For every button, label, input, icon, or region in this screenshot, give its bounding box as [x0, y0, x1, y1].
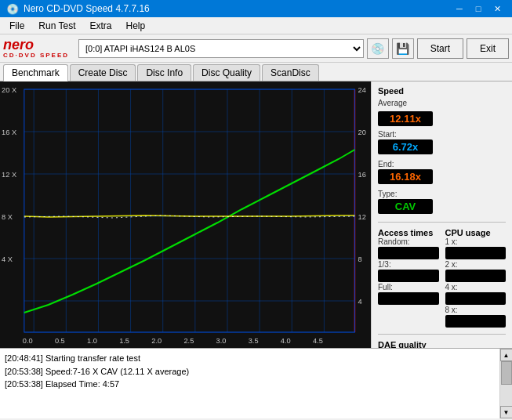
average-label: Average	[378, 99, 506, 107]
log-scrollbar: ▲ ▼	[499, 349, 512, 418]
svg-text:12: 12	[358, 213, 366, 221]
start-col: Start: 6.72x	[378, 130, 433, 155]
svg-text:1.0: 1.0	[87, 337, 97, 345]
close-button[interactable]: ✕	[488, 2, 506, 16]
cpu4x-label: 4 x:	[445, 283, 507, 291]
svg-text:4 X: 4 X	[2, 255, 13, 263]
svg-text:3.0: 3.0	[216, 337, 227, 345]
title-bar: 💿 Nero CD-DVD Speed 4.7.7.16 ─ □ ✕	[0, 0, 512, 17]
minimize-button[interactable]: ─	[451, 2, 468, 16]
access-cpu-section: Access times Random: 1/3: Full: CPU usag…	[378, 228, 506, 328]
access-times-block: Access times Random: 1/3: Full:	[378, 228, 439, 328]
start-value: 6.72x	[378, 139, 433, 154]
cpu1x-label: 1 x:	[445, 237, 507, 246]
svg-text:4.5: 4.5	[313, 337, 323, 345]
svg-text:1.5: 1.5	[119, 337, 129, 345]
one-third-label: 1/3:	[378, 260, 439, 269]
dae-quality-header: DAE quality	[378, 340, 506, 348]
type-value: CAV	[378, 199, 433, 214]
svg-text:2.0: 2.0	[151, 337, 162, 345]
divider-1	[378, 222, 506, 223]
app-icon: 💿	[6, 3, 19, 15]
type-row: Type: CAV	[378, 190, 506, 215]
tab-benchmark[interactable]: Benchmark	[3, 64, 68, 81]
end-row: End: 16.18x	[378, 160, 506, 185]
tab-disc-info[interactable]: Disc Info	[137, 64, 191, 81]
log-line-2: [20:53:38] Speed:7-16 X CAV (12.11 X ave…	[5, 365, 495, 378]
log-content: [20:48:41] Starting transfer rate test […	[0, 349, 499, 418]
log-line-1: [20:48:41] Starting transfer rate test	[5, 352, 495, 365]
tab-scan-disc[interactable]: ScanDisc	[262, 64, 319, 81]
cpu1x-value-box	[445, 247, 507, 259]
drive-select[interactable]: [0:0] ATAPI iHAS124 B AL0S	[78, 39, 364, 58]
divider-2	[378, 334, 506, 335]
exit-button[interactable]: Exit	[467, 38, 509, 59]
menu-extra[interactable]: Extra	[83, 19, 118, 33]
toolbar: nero CD·DVD SPEED [0:0] ATAPI iHAS124 B …	[0, 34, 512, 63]
scroll-track	[500, 361, 513, 406]
tab-create-disc[interactable]: Create Disc	[70, 64, 136, 81]
svg-text:4: 4	[358, 298, 362, 306]
svg-text:16 X: 16 X	[2, 129, 16, 136]
disc-icon-button[interactable]: 💿	[367, 38, 389, 59]
logo-subtitle: CD·DVD SPEED	[3, 52, 69, 59]
one-third-value-box	[378, 270, 439, 282]
tabs: Benchmark Create Disc Disc Info Disc Qua…	[0, 63, 512, 81]
scroll-up-button[interactable]: ▲	[500, 349, 513, 361]
type-col: Type: CAV	[378, 190, 433, 215]
average-value: 12.11x	[378, 111, 433, 126]
cpu-usage-header: CPU usage	[445, 228, 507, 237]
cpu4x-value-box	[445, 292, 507, 305]
log-area: [20:48:41] Starting transfer rate test […	[0, 348, 512, 418]
svg-rect-0	[0, 81, 371, 348]
cpu8x-value-box	[445, 315, 507, 328]
full-value-box	[378, 292, 439, 305]
scroll-thumb[interactable]	[501, 361, 512, 385]
start-button[interactable]: Start	[417, 38, 463, 59]
right-panel: Speed Average 12.11x Start: 6.72x End: 1…	[371, 81, 512, 348]
end-value: 16.18x	[378, 169, 433, 184]
logo-nero: nero	[3, 38, 34, 52]
save-button[interactable]: 💾	[392, 38, 414, 59]
access-times-header: Access times	[378, 228, 439, 237]
svg-text:20: 20	[358, 129, 366, 136]
speed-section-header: Speed	[378, 86, 506, 96]
menu-help[interactable]: Help	[120, 19, 152, 33]
svg-text:12 X: 12 X	[2, 171, 16, 179]
cpu2x-value-box	[445, 270, 507, 282]
svg-text:20 X: 20 X	[2, 86, 16, 94]
menu-run-test[interactable]: Run Test	[32, 19, 82, 33]
cpu8x-label: 8 x:	[445, 306, 507, 314]
title-bar-left: 💿 Nero CD-DVD Speed 4.7.7.16	[6, 3, 150, 15]
svg-text:8: 8	[358, 255, 362, 263]
cpu2x-label: 2 x:	[445, 260, 507, 269]
svg-text:2.5: 2.5	[183, 337, 194, 345]
random-value-box	[378, 247, 439, 259]
maximize-button[interactable]: □	[470, 2, 487, 16]
log-line-3: [20:53:38] Elapsed Time: 4:57	[5, 378, 495, 391]
chart-svg: 20 X 16 X 12 X 8 X 4 X 24 20 16 12 8 4 0…	[0, 81, 371, 348]
chart-area: 20 X 16 X 12 X 8 X 4 X 24 20 16 12 8 4 0…	[0, 81, 371, 348]
svg-text:16: 16	[358, 171, 366, 179]
logo-area: nero CD·DVD SPEED	[3, 38, 69, 59]
start-label: Start:	[378, 130, 433, 139]
svg-text:8 X: 8 X	[2, 213, 13, 221]
title-bar-controls: ─ □ ✕	[451, 2, 506, 16]
end-col: End: 16.18x	[378, 160, 433, 185]
end-label: End:	[378, 160, 433, 168]
svg-text:3.5: 3.5	[249, 337, 259, 345]
menu-file[interactable]: File	[3, 19, 31, 33]
cpu-usage-block: CPU usage 1 x: 2 x: 4 x: 8 x:	[445, 228, 507, 328]
tab-disc-quality[interactable]: Disc Quality	[193, 64, 260, 81]
scroll-down-button[interactable]: ▼	[500, 406, 513, 418]
svg-text:0.0: 0.0	[23, 337, 33, 345]
svg-text:0.5: 0.5	[55, 337, 65, 345]
main-content: 20 X 16 X 12 X 8 X 4 X 24 20 16 12 8 4 0…	[0, 81, 512, 348]
full-label: Full:	[378, 283, 439, 291]
type-label: Type:	[378, 190, 433, 198]
start-end-row: Start: 6.72x	[378, 130, 506, 155]
svg-text:24: 24	[358, 86, 366, 94]
window-title: Nero CD-DVD Speed 4.7.7.16	[24, 3, 150, 14]
svg-text:4.0: 4.0	[281, 337, 291, 345]
random-label: Random:	[378, 237, 439, 246]
